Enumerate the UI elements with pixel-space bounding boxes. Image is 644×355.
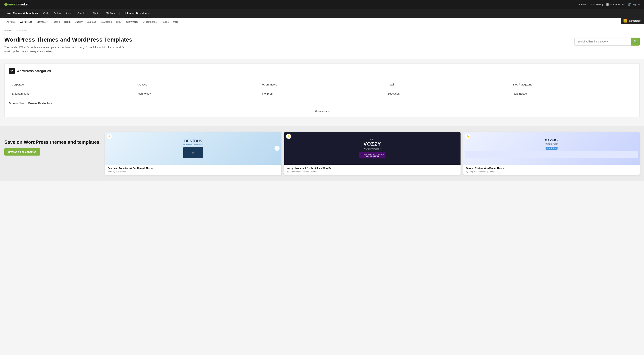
product-author-vozzy[interactable]: TMRW-studio [289,171,302,173]
category-blog-magazine[interactable]: Blog / Magazine [510,80,635,89]
category-entertainment[interactable]: Entertainment [9,89,134,98]
product-info-vozzy: Vozzy - Modern & Neobrutalism WordPr... … [284,165,460,175]
product-by-vozzy: by TMRW-studio in News Editorial [287,171,458,173]
nav-item-unlimited[interactable]: Unlimited Downloads [121,9,152,18]
sub-nav: All Items WordPress Elementor Hosting HT… [0,18,644,26]
hero-section: WordPress Themes and WordPress Templates… [0,33,644,59]
product-category-bestbus[interactable]: Business [118,171,126,173]
show-more-button[interactable]: Show more ▾ [9,108,635,113]
product-card-gazek: GAZEK• The Reviews CompanyWordPress Them… [464,132,640,175]
subnav-marketing[interactable]: Marketing [99,18,114,26]
product-author-bestbus[interactable]: Pixity [110,171,115,173]
our-products-label: Our Products [610,3,624,6]
by-prefix-vozzy: by [287,171,289,173]
star-icon: ⭐ [287,135,290,138]
category-real-estate[interactable]: Real Estate [510,89,635,98]
product-info-bestbus: Bestbus - Transfers & Car Rentall Theme … [105,165,281,175]
subnav-ui-templates[interactable]: UI Templates [141,18,159,26]
sale-title: Save on WordPress themes and templates. [4,139,100,145]
gazek-mockup: GAZEK• The Reviews CompanyWordPress Them… [464,132,640,165]
category-retail[interactable]: Retail [384,80,510,89]
nav-item-web-themes[interactable]: Web Themes & Templates [4,9,40,18]
star-icon: ⭐ [466,135,469,138]
sale-text: Save on WordPress themes and templates. … [4,132,100,156]
subnav-html[interactable]: HTML [62,18,73,26]
product-next-arrow-bestbus[interactable]: › [274,146,280,151]
start-selling-link[interactable]: Start Selling [590,3,603,6]
categories-grid: Corporate Creative eCommerce Retail Blog… [9,80,635,98]
subnav-more[interactable]: More [171,18,180,26]
sign-in-label: Sign In [632,3,640,6]
product-thumb-gazek: GAZEK• The Reviews CompanyWordPress Them… [464,132,640,165]
category-corporate[interactable]: Corporate [9,80,134,89]
browse-bestsellers-link[interactable]: Browse Bestsellers [28,102,52,105]
chevron-down-icon: ▾ [328,110,330,113]
subnav-elementor[interactable]: Elementor [34,18,50,26]
in-prefix-bestbus: in [116,171,117,173]
categories-card: WP WordPress categories Corporate Creati… [4,64,640,117]
themeforest-badge[interactable]: 🏡 themeforest [620,18,644,24]
subnav-wordpress[interactable]: WordPress [18,18,34,26]
nav-item-photos[interactable]: Photos [90,9,103,18]
sign-in-button[interactable]: 🛒 Sign In [628,3,640,6]
breadcrumb-home[interactable]: Home [4,29,11,32]
product-name-gazek: Gazek - Review WordPress Theme [466,167,637,170]
nav-item-code[interactable]: Code [40,9,52,18]
subnav-ecommerce[interactable]: eCommerce [124,18,141,26]
by-prefix-gazek: by [466,171,468,173]
nav-item-3d-files[interactable]: 3D Files [103,9,118,18]
page-title: WordPress Themes and WordPress Templates [4,36,570,43]
search-box: 🔍 [574,38,640,46]
search-input[interactable] [574,38,631,46]
in-prefix-gazek: in [478,171,480,173]
products-grid: BESTBUS TRANSFERS & CAR RENTAL 🚌 ⭐ › Bes… [105,132,640,175]
nav-item-audio[interactable]: Audio [63,9,75,18]
breadcrumb-current: WordPress [16,29,28,32]
product-by-bestbus: by Pixity in Business [108,171,279,173]
browse-links: Browse New Browse Bestsellers [9,102,635,105]
product-by-gazek: by Templines in Directory Listings [466,171,637,173]
category-creative[interactable]: Creative [134,80,260,89]
category-education[interactable]: Education [384,89,510,98]
product-card-bestbus: BESTBUS TRANSFERS & CAR RENTAL 🚌 ⭐ › Bes… [105,132,281,175]
categories-header: WP WordPress categories [9,68,51,76]
product-category-gazek[interactable]: Directory Listings [480,171,495,173]
product-author-gazek[interactable]: Templines [468,171,478,173]
product-category-vozzy[interactable]: News Editorial [304,171,317,173]
top-bar: envatomarket Forums Start Selling Our Pr… [0,0,644,9]
category-ecommerce[interactable]: eCommerce [260,80,385,89]
main-content: WP WordPress categories Corporate Creati… [0,59,644,126]
search-button[interactable]: 🔍 [631,38,640,46]
subnav-cms[interactable]: CMS [114,18,124,26]
subnav-shopify[interactable]: Shopify [73,18,85,26]
product-card-vozzy: ● ● ● VOZZY NEOBRUTALISM & MODERNWORDPRE… [284,132,460,175]
category-nonprofit[interactable]: Nonprofit [260,89,385,98]
themeforest-label: themeforest [628,20,641,22]
product-name-bestbus: Bestbus - Transfers & Car Rentall Theme [108,167,279,170]
vozzy-mockup: ● ● ● VOZZY NEOBRUTALISM & MODERNWORDPRE… [284,132,460,165]
logo[interactable]: envatomarket [4,3,28,6]
category-technology[interactable]: Technology [134,89,260,98]
our-products-button[interactable]: Our Products [606,3,624,6]
logo-market: market [18,3,28,6]
sale-section: Save on WordPress themes and templates. … [0,126,644,181]
subnav-hosting[interactable]: Hosting [50,18,62,26]
browse-sale-button[interactable]: Browse on sale themes [4,148,40,156]
nav-item-video[interactable]: Video [52,9,64,18]
forums-link[interactable]: Forums [578,3,586,6]
in-prefix-vozzy: in [302,171,304,173]
nav-item-graphics[interactable]: Graphics [75,9,90,18]
logo-envato: envato [8,3,18,6]
by-prefix-bestbus: by [108,171,110,173]
nav-divider: | [118,12,121,16]
grid-icon [606,3,609,6]
show-more-label: Show more [314,110,327,113]
subnav-plugins[interactable]: Plugins [159,18,171,26]
breadcrumb-separator: / [12,29,13,32]
product-info-gazek: Gazek - Review WordPress Theme by Templi… [464,165,640,175]
subnav-all-items[interactable]: All Items [4,18,18,26]
categories-title: WordPress categories [16,69,51,73]
subnav-jamstack[interactable]: Jamstack [85,18,99,26]
browse-new-link[interactable]: Browse New [9,102,24,105]
wordpress-icon: WP [9,68,15,74]
